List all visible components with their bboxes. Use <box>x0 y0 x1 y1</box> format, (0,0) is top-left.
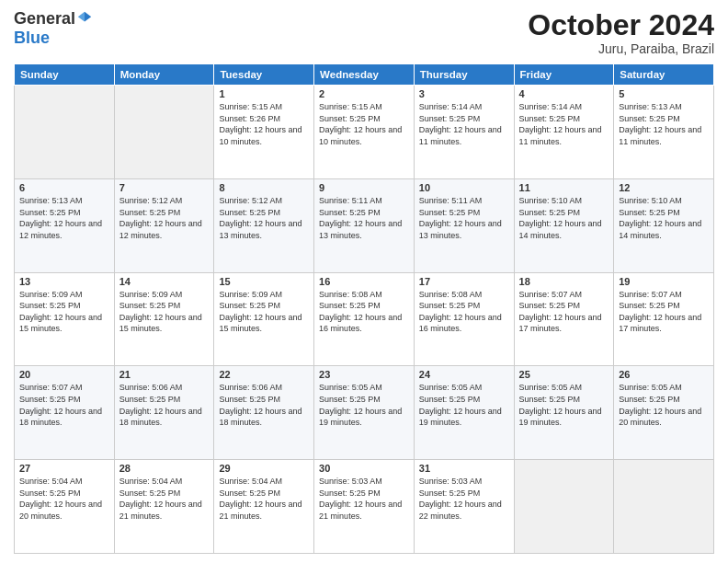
cell-info: Sunrise: 5:14 AMSunset: 5:25 PMDaylight:… <box>519 101 609 147</box>
calendar-cell: 5Sunrise: 5:13 AMSunset: 5:25 PMDaylight… <box>614 86 714 179</box>
weekday-header-wednesday: Wednesday <box>314 64 415 86</box>
calendar-cell: 15Sunrise: 5:09 AMSunset: 5:25 PMDayligh… <box>214 272 314 366</box>
cell-info: Sunrise: 5:15 AMSunset: 5:26 PMDaylight:… <box>219 101 309 147</box>
calendar-cell: 28Sunrise: 5:04 AMSunset: 5:25 PMDayligh… <box>114 460 214 554</box>
cell-info: Sunrise: 5:08 AMSunset: 5:25 PMDaylight:… <box>319 289 409 335</box>
cell-info: Sunrise: 5:09 AMSunset: 5:25 PMDaylight:… <box>219 289 309 335</box>
weekday-header-monday: Monday <box>114 64 214 86</box>
day-number: 20 <box>19 369 109 380</box>
cell-info: Sunrise: 5:13 AMSunset: 5:25 PMDaylight:… <box>619 101 709 147</box>
cell-info: Sunrise: 5:08 AMSunset: 5:25 PMDaylight:… <box>419 289 509 335</box>
calendar-cell: 10Sunrise: 5:11 AMSunset: 5:25 PMDayligh… <box>414 178 514 272</box>
calendar-cell: 9Sunrise: 5:11 AMSunset: 5:25 PMDaylight… <box>314 178 415 272</box>
cell-info: Sunrise: 5:13 AMSunset: 5:25 PMDaylight:… <box>19 195 109 241</box>
day-number: 15 <box>219 276 309 287</box>
calendar-table: SundayMondayTuesdayWednesdayThursdayFrid… <box>14 63 714 554</box>
cell-info: Sunrise: 5:04 AMSunset: 5:25 PMDaylight:… <box>19 476 109 522</box>
calendar-cell: 29Sunrise: 5:04 AMSunset: 5:25 PMDayligh… <box>214 460 314 554</box>
cell-info: Sunrise: 5:07 AMSunset: 5:25 PMDaylight:… <box>519 289 609 335</box>
logo: General Blue <box>14 9 93 48</box>
month-title: October 2024 <box>528 9 714 41</box>
logo-flag-icon <box>76 10 93 27</box>
calendar-cell: 17Sunrise: 5:08 AMSunset: 5:25 PMDayligh… <box>414 272 514 366</box>
day-number: 11 <box>519 182 609 193</box>
day-number: 25 <box>519 369 609 380</box>
day-number: 27 <box>19 463 109 474</box>
cell-info: Sunrise: 5:14 AMSunset: 5:25 PMDaylight:… <box>419 101 509 147</box>
calendar-cell: 27Sunrise: 5:04 AMSunset: 5:25 PMDayligh… <box>15 460 115 554</box>
calendar-cell: 23Sunrise: 5:05 AMSunset: 5:25 PMDayligh… <box>314 366 415 460</box>
day-number: 8 <box>219 182 309 193</box>
day-number: 4 <box>519 88 609 99</box>
day-number: 19 <box>619 276 709 287</box>
cell-info: Sunrise: 5:05 AMSunset: 5:25 PMDaylight:… <box>419 382 509 428</box>
calendar-cell: 20Sunrise: 5:07 AMSunset: 5:25 PMDayligh… <box>15 366 115 460</box>
calendar-cell <box>514 460 614 554</box>
day-number: 1 <box>219 88 309 99</box>
day-number: 31 <box>419 463 509 474</box>
cell-info: Sunrise: 5:11 AMSunset: 5:25 PMDaylight:… <box>319 195 409 241</box>
day-number: 29 <box>219 463 309 474</box>
cell-info: Sunrise: 5:10 AMSunset: 5:25 PMDaylight:… <box>619 195 709 241</box>
cell-info: Sunrise: 5:04 AMSunset: 5:25 PMDaylight:… <box>219 476 309 522</box>
cell-info: Sunrise: 5:11 AMSunset: 5:25 PMDaylight:… <box>419 195 509 241</box>
cell-info: Sunrise: 5:15 AMSunset: 5:25 PMDaylight:… <box>319 101 409 147</box>
day-number: 14 <box>119 276 210 287</box>
logo-blue-text: Blue <box>14 29 50 47</box>
cell-info: Sunrise: 5:05 AMSunset: 5:25 PMDaylight:… <box>519 382 609 428</box>
header: General Blue October 2024 Juru, Paraiba,… <box>14 9 714 56</box>
day-number: 3 <box>419 88 509 99</box>
cell-info: Sunrise: 5:07 AMSunset: 5:25 PMDaylight:… <box>19 382 109 428</box>
day-number: 12 <box>619 182 709 193</box>
day-number: 21 <box>119 369 210 380</box>
weekday-header-tuesday: Tuesday <box>214 64 314 86</box>
cell-info: Sunrise: 5:03 AMSunset: 5:25 PMDaylight:… <box>419 476 509 522</box>
day-number: 17 <box>419 276 509 287</box>
calendar-cell: 26Sunrise: 5:05 AMSunset: 5:25 PMDayligh… <box>614 366 714 460</box>
svg-marker-0 <box>85 12 91 22</box>
title-block: October 2024 Juru, Paraiba, Brazil <box>528 9 714 56</box>
day-number: 18 <box>519 276 609 287</box>
calendar-cell: 1Sunrise: 5:15 AMSunset: 5:26 PMDaylight… <box>214 86 314 179</box>
day-number: 24 <box>419 369 509 380</box>
weekday-header-friday: Friday <box>514 64 614 86</box>
weekday-header-saturday: Saturday <box>614 64 714 86</box>
calendar-cell: 16Sunrise: 5:08 AMSunset: 5:25 PMDayligh… <box>314 272 415 366</box>
location: Juru, Paraiba, Brazil <box>528 41 714 56</box>
calendar-cell: 31Sunrise: 5:03 AMSunset: 5:25 PMDayligh… <box>414 460 514 554</box>
calendar-cell: 18Sunrise: 5:07 AMSunset: 5:25 PMDayligh… <box>514 272 614 366</box>
calendar-cell: 21Sunrise: 5:06 AMSunset: 5:25 PMDayligh… <box>114 366 214 460</box>
weekday-header-sunday: Sunday <box>15 64 115 86</box>
page: General Blue October 2024 Juru, Paraiba,… <box>0 0 728 563</box>
calendar-cell: 25Sunrise: 5:05 AMSunset: 5:25 PMDayligh… <box>514 366 614 460</box>
svg-marker-1 <box>78 12 85 22</box>
calendar-cell: 13Sunrise: 5:09 AMSunset: 5:25 PMDayligh… <box>15 272 115 366</box>
cell-info: Sunrise: 5:03 AMSunset: 5:25 PMDaylight:… <box>319 476 409 522</box>
cell-info: Sunrise: 5:12 AMSunset: 5:25 PMDaylight:… <box>119 195 210 241</box>
cell-info: Sunrise: 5:05 AMSunset: 5:25 PMDaylight:… <box>319 382 409 428</box>
calendar-cell: 22Sunrise: 5:06 AMSunset: 5:25 PMDayligh… <box>214 366 314 460</box>
day-number: 23 <box>319 369 409 380</box>
day-number: 26 <box>619 369 709 380</box>
cell-info: Sunrise: 5:04 AMSunset: 5:25 PMDaylight:… <box>119 476 210 522</box>
day-number: 9 <box>319 182 409 193</box>
calendar-cell: 19Sunrise: 5:07 AMSunset: 5:25 PMDayligh… <box>614 272 714 366</box>
cell-info: Sunrise: 5:09 AMSunset: 5:25 PMDaylight:… <box>19 289 109 335</box>
cell-info: Sunrise: 5:10 AMSunset: 5:25 PMDaylight:… <box>519 195 609 241</box>
day-number: 16 <box>319 276 409 287</box>
cell-info: Sunrise: 5:06 AMSunset: 5:25 PMDaylight:… <box>219 382 309 428</box>
calendar-cell: 8Sunrise: 5:12 AMSunset: 5:25 PMDaylight… <box>214 178 314 272</box>
calendar-cell: 2Sunrise: 5:15 AMSunset: 5:25 PMDaylight… <box>314 86 415 179</box>
calendar-cell: 7Sunrise: 5:12 AMSunset: 5:25 PMDaylight… <box>114 178 214 272</box>
day-number: 28 <box>119 463 210 474</box>
calendar-cell <box>15 86 115 179</box>
day-number: 2 <box>319 88 409 99</box>
cell-info: Sunrise: 5:09 AMSunset: 5:25 PMDaylight:… <box>119 289 210 335</box>
cell-info: Sunrise: 5:06 AMSunset: 5:25 PMDaylight:… <box>119 382 210 428</box>
calendar-cell: 6Sunrise: 5:13 AMSunset: 5:25 PMDaylight… <box>15 178 115 272</box>
cell-info: Sunrise: 5:05 AMSunset: 5:25 PMDaylight:… <box>619 382 709 428</box>
calendar-cell: 12Sunrise: 5:10 AMSunset: 5:25 PMDayligh… <box>614 178 714 272</box>
cell-info: Sunrise: 5:12 AMSunset: 5:25 PMDaylight:… <box>219 195 309 241</box>
weekday-header-thursday: Thursday <box>414 64 514 86</box>
logo-general-text: General <box>14 9 75 29</box>
